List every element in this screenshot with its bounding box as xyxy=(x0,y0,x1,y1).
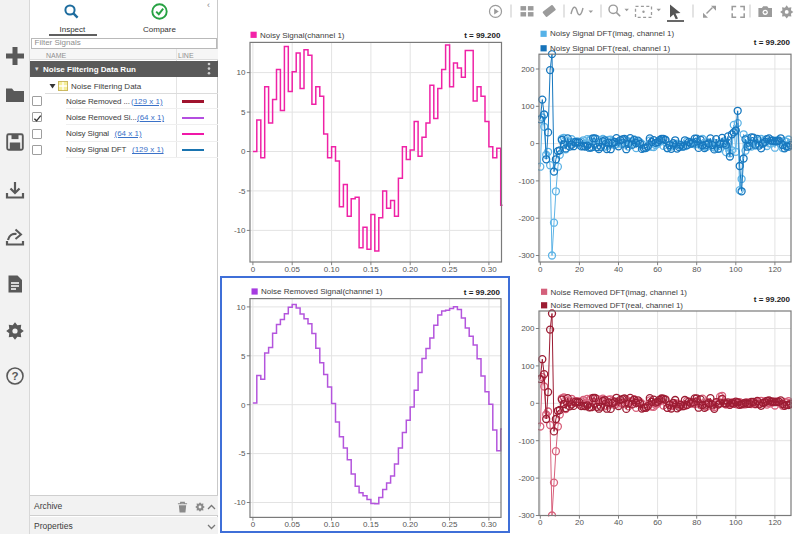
svg-text:40: 40 xyxy=(614,518,623,527)
svg-text:t = 99.200: t = 99.200 xyxy=(464,31,501,40)
svg-text:0.25: 0.25 xyxy=(442,520,458,529)
svg-text:0.30: 0.30 xyxy=(481,520,497,529)
svg-text:200: 200 xyxy=(521,65,535,74)
svg-text:-5: -5 xyxy=(238,449,246,458)
svg-text:0: 0 xyxy=(538,265,543,274)
svg-text:5: 5 xyxy=(241,108,246,117)
svg-text:-200: -200 xyxy=(518,474,535,483)
svg-text:-10: -10 xyxy=(234,226,246,235)
svg-text:20: 20 xyxy=(575,265,584,274)
svg-text:60: 60 xyxy=(653,518,662,527)
svg-text:-10: -10 xyxy=(234,498,246,507)
svg-text:100: 100 xyxy=(521,102,535,111)
svg-text:0.15: 0.15 xyxy=(363,520,379,529)
svg-text:0: 0 xyxy=(251,265,256,274)
svg-text:t = 99.200: t = 99.200 xyxy=(754,295,791,304)
svg-text:Noise Removed Signal(channel 1: Noise Removed Signal(channel 1) xyxy=(261,287,383,296)
svg-text:Noisy Signal(channel 1): Noisy Signal(channel 1) xyxy=(260,31,345,40)
svg-text:0: 0 xyxy=(241,401,246,410)
svg-text:0.20: 0.20 xyxy=(402,265,418,274)
svg-text:Noisy Signal DFT(real, channel: Noisy Signal DFT(real, channel 1) xyxy=(550,44,670,53)
svg-text:0: 0 xyxy=(530,399,535,408)
svg-text:t = 99.200: t = 99.200 xyxy=(464,288,501,297)
svg-text:-300: -300 xyxy=(518,511,535,520)
svg-text:20: 20 xyxy=(575,518,584,527)
svg-text:Noise Removed DFT(real, channe: Noise Removed DFT(real, channel 1) xyxy=(551,301,684,310)
svg-text:0.25: 0.25 xyxy=(442,265,458,274)
svg-text:-100: -100 xyxy=(518,437,535,446)
svg-text:120: 120 xyxy=(768,265,782,274)
svg-text:Noisy Signal DFT(imag, channel: Noisy Signal DFT(imag, channel 1) xyxy=(550,29,674,38)
svg-text:100: 100 xyxy=(729,265,743,274)
svg-text:120: 120 xyxy=(768,518,782,527)
svg-text:0.05: 0.05 xyxy=(284,265,300,274)
svg-text:10: 10 xyxy=(237,68,246,77)
svg-text:0.10: 0.10 xyxy=(324,265,340,274)
svg-text:0: 0 xyxy=(241,147,246,156)
svg-text:-100: -100 xyxy=(518,177,535,186)
svg-text:5: 5 xyxy=(241,352,246,361)
svg-text:0: 0 xyxy=(251,520,256,529)
svg-text:0.10: 0.10 xyxy=(324,520,340,529)
svg-text:?: ? xyxy=(11,370,18,382)
svg-text:-200: -200 xyxy=(518,214,535,223)
svg-text:t = 99.200: t = 99.200 xyxy=(754,38,791,47)
svg-text:200: 200 xyxy=(521,324,535,333)
svg-text:100: 100 xyxy=(729,518,743,527)
svg-text:0.30: 0.30 xyxy=(481,265,497,274)
svg-text:0: 0 xyxy=(530,139,535,148)
svg-text:0: 0 xyxy=(538,518,543,527)
svg-text:80: 80 xyxy=(692,265,701,274)
svg-text:0.15: 0.15 xyxy=(363,265,379,274)
svg-text:-300: -300 xyxy=(518,251,535,260)
svg-text:0.20: 0.20 xyxy=(402,520,418,529)
svg-text:-5: -5 xyxy=(238,187,246,196)
svg-text:0.05: 0.05 xyxy=(284,520,300,529)
svg-text:Noise Removed DFT(imag, channe: Noise Removed DFT(imag, channel 1) xyxy=(551,288,688,297)
svg-text:10: 10 xyxy=(237,303,246,312)
svg-text:60: 60 xyxy=(653,265,662,274)
svg-text:80: 80 xyxy=(692,518,701,527)
svg-text:40: 40 xyxy=(614,265,623,274)
svg-text:100: 100 xyxy=(521,362,535,371)
